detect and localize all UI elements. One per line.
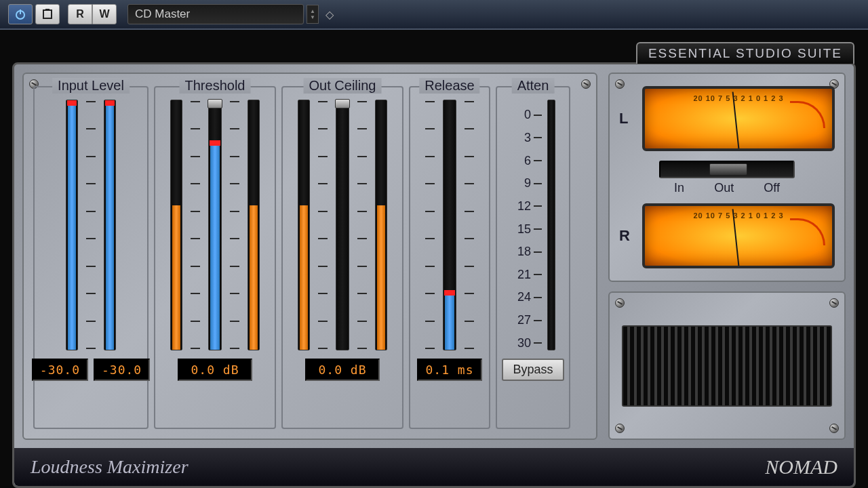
threshold-section: Threshold — [154, 86, 276, 429]
atten-tick: 24 — [511, 286, 542, 309]
bypass-button[interactable]: Bypass — [502, 359, 564, 381]
atten-tick: 27 — [511, 309, 542, 332]
vu-red-zone-icon — [790, 101, 825, 128]
atten-tick: 9 — [511, 172, 542, 195]
meter-ticks — [355, 100, 370, 350]
atten-tick: 12 — [511, 195, 542, 218]
threshold-meter-r — [248, 100, 260, 350]
screw-icon — [829, 298, 839, 308]
release-slider[interactable] — [443, 100, 456, 350]
vu-source-switch[interactable] — [659, 161, 795, 178]
vu-meter-l: 20 10 7 5 3 2 1 0 1 2 3 — [642, 86, 835, 151]
atten-tick: 15 — [511, 218, 542, 241]
atten-tick: 0 — [511, 104, 542, 127]
plugin-title: Loudness Maximizer — [31, 456, 189, 478]
preset-dirty-icon: ◇ — [321, 5, 338, 24]
read-automation-button[interactable]: R — [68, 4, 92, 24]
input-value-l[interactable]: -30.0 — [32, 359, 88, 381]
outceil-value[interactable]: 0.0 dB — [305, 359, 380, 381]
meter-ticks — [422, 100, 437, 350]
section-title: Input Level — [52, 78, 130, 94]
section-title: Threshold — [180, 78, 251, 94]
vu-switch-label: Out — [714, 181, 734, 195]
vu-panel: L 20 10 7 5 3 2 1 0 1 2 3 InOutOff — [608, 73, 846, 282]
write-automation-button[interactable]: W — [92, 4, 117, 24]
outceil-meter-l — [298, 100, 310, 350]
input-meter-r — [104, 100, 116, 350]
svg-rect-3 — [45, 9, 50, 11]
meter-ticks — [227, 100, 242, 350]
grille-panel — [608, 291, 846, 440]
svg-rect-2 — [43, 10, 52, 18]
power-button[interactable] — [8, 4, 33, 24]
plugin-body: Input Level — [12, 62, 856, 488]
atten-tick: 21 — [511, 263, 542, 286]
release-value[interactable]: 0.1 ms — [417, 359, 481, 381]
vu-l-label: L — [619, 110, 633, 127]
suite-label: ESSENTIAL STUDIO SUITE — [636, 42, 854, 64]
input-value-r[interactable]: -30.0 — [94, 359, 150, 381]
screw-icon — [581, 79, 591, 89]
meter-ticks — [315, 100, 330, 350]
section-title: Atten — [512, 78, 555, 94]
atten-meter — [547, 100, 555, 350]
atten-tick: 6 — [511, 149, 542, 172]
preset-spinner[interactable]: ▲▼ — [307, 5, 319, 24]
screw-icon — [615, 424, 625, 433]
plugin-chrome: ESSENTIAL STUDIO SUITE Input Level — [0, 30, 868, 488]
meter-ticks — [462, 100, 477, 350]
screw-icon — [615, 298, 625, 308]
threshold-value[interactable]: 0.0 dB — [178, 359, 252, 381]
vu-red-zone-icon — [790, 218, 825, 245]
vu-meter-r: 20 10 7 5 3 2 1 0 1 2 3 — [642, 203, 835, 268]
speaker-grille-icon — [622, 325, 832, 407]
outceil-slider[interactable] — [336, 100, 349, 350]
host-toolbar: R W CD Master ▲▼ ◇ — [0, 0, 868, 30]
atten-tick: 18 — [511, 241, 542, 264]
outceil-meter-r — [375, 100, 387, 350]
screw-icon — [615, 79, 625, 89]
input-meter-l — [66, 100, 78, 350]
footer-bar: Loudness Maximizer NOMAD — [14, 448, 854, 486]
atten-tick: 30 — [511, 331, 542, 354]
vu-switch-label: Off — [764, 181, 780, 195]
out-ceiling-section: Out Ceiling — [281, 86, 403, 429]
preset-menu-button[interactable] — [35, 4, 60, 24]
section-title: Out Ceiling — [304, 78, 382, 94]
atten-scale: 036912151821242730 — [511, 104, 542, 354]
preset-name-field[interactable]: CD Master — [127, 4, 304, 24]
vu-r-label: R — [619, 227, 633, 245]
atten-section: Atten 036912151821242730 Bypass — [496, 86, 570, 429]
meter-ticks — [83, 100, 98, 350]
threshold-slider[interactable] — [208, 100, 222, 350]
vu-switch-label: In — [674, 181, 684, 195]
threshold-meter-l — [170, 100, 182, 350]
brand-logo: NOMAD — [765, 455, 837, 479]
input-level-section: Input Level — [33, 86, 149, 429]
release-section: Release 0.1 ms — [409, 86, 490, 429]
meter-ticks — [188, 100, 203, 350]
controls-panel: Input Level — [22, 73, 597, 440]
section-title: Release — [419, 78, 479, 94]
atten-tick: 3 — [511, 127, 542, 150]
screw-icon — [829, 424, 839, 433]
